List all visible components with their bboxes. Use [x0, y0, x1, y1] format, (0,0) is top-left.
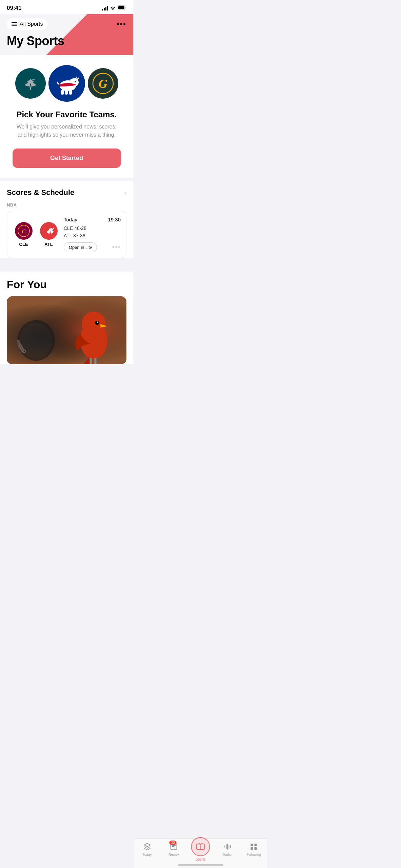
team-abbr-cle: CLE [19, 242, 28, 247]
svg-text:C: C [22, 229, 25, 234]
apple-tv-text: Open in [69, 245, 84, 250]
wifi-icon [110, 5, 116, 11]
more-button[interactable]: ••• [117, 20, 126, 28]
chevron-right-icon[interactable]: › [124, 189, 126, 197]
status-bar: 09:41 [0, 0, 133, 14]
news-card-background [7, 296, 126, 364]
svg-rect-1 [118, 6, 124, 9]
team-logo-bills [48, 65, 85, 102]
section-divider-2 [0, 265, 133, 268]
news-card[interactable] [7, 296, 126, 364]
team-col-cle: C CLE [13, 222, 35, 247]
section-divider-1 [0, 178, 133, 181]
tv-text: tv [88, 245, 92, 250]
svg-point-19 [51, 228, 52, 230]
scores-header: Scores & Schedule › [7, 188, 126, 197]
pick-title: Pick Your Favorite Teams. [16, 110, 117, 119]
status-time: 09:41 [7, 5, 21, 12]
svg-text:G: G [99, 77, 107, 91]
all-sports-button[interactable]: All Sports [7, 18, 47, 30]
svg-point-11 [75, 81, 76, 82]
game-day: Today [64, 217, 77, 222]
pick-subtitle: We'll give you personalized news, scores… [16, 123, 118, 139]
game-more-button[interactable]: ••• [112, 244, 121, 251]
svg-point-26 [97, 321, 99, 323]
header: All Sports ••• My Sports [0, 14, 133, 55]
team-logo-eagles [15, 68, 46, 99]
header-top: All Sports ••• [7, 18, 126, 30]
svg-rect-10 [69, 90, 72, 95]
status-icons [102, 5, 126, 11]
svg-point-25 [95, 321, 99, 325]
svg-rect-28 [95, 358, 97, 364]
scores-section: Scores & Schedule › NBA C CLE [0, 181, 133, 258]
league-label: NBA [7, 202, 126, 208]
atl-record: ATL 37-38 [64, 233, 85, 238]
team-picker-section: G Pick Your Favorite Teams. We'll give y… [0, 55, 133, 178]
team-logo-packers: G [88, 68, 118, 99]
team-logos: G [15, 65, 118, 102]
game-actions: Open in  tv ••• [64, 242, 121, 252]
team-col-atl: ATL [38, 222, 60, 247]
hamburger-icon [12, 22, 17, 26]
game-card: C CLE [7, 211, 126, 258]
hawks-logo [40, 222, 58, 240]
svg-point-24 [82, 312, 106, 335]
for-you-section: For You [0, 272, 133, 364]
teams-section: C CLE [13, 222, 60, 247]
battery-icon [118, 5, 126, 11]
game-records: CLE 48-28 ATL 37-38 [64, 224, 121, 240]
svg-point-30 [20, 322, 53, 358]
get-started-button[interactable]: Get Started [13, 149, 121, 168]
game-info: Today 19:30 CLE 48-28 ATL 37-38 Open in … [64, 217, 121, 252]
apple-logo-icon:  [86, 245, 87, 250]
cle-record: CLE 48-28 [64, 225, 86, 231]
scores-title: Scores & Schedule [7, 188, 74, 197]
svg-rect-27 [90, 358, 92, 364]
svg-rect-9 [65, 90, 68, 95]
svg-rect-8 [61, 90, 64, 95]
game-time: 19:30 [108, 217, 121, 222]
page-title: My Sports [7, 34, 126, 48]
open-in-apple-tv-button[interactable]: Open in  tv [64, 242, 97, 252]
team-abbr-atl: ATL [44, 242, 53, 247]
team-divider [36, 224, 36, 244]
cavs-logo: C [15, 222, 33, 240]
game-time-row: Today 19:30 [64, 217, 121, 222]
all-sports-label: All Sports [20, 21, 43, 27]
signal-icon [102, 6, 108, 11]
for-you-title: For You [7, 278, 126, 291]
svg-point-4 [29, 79, 32, 81]
